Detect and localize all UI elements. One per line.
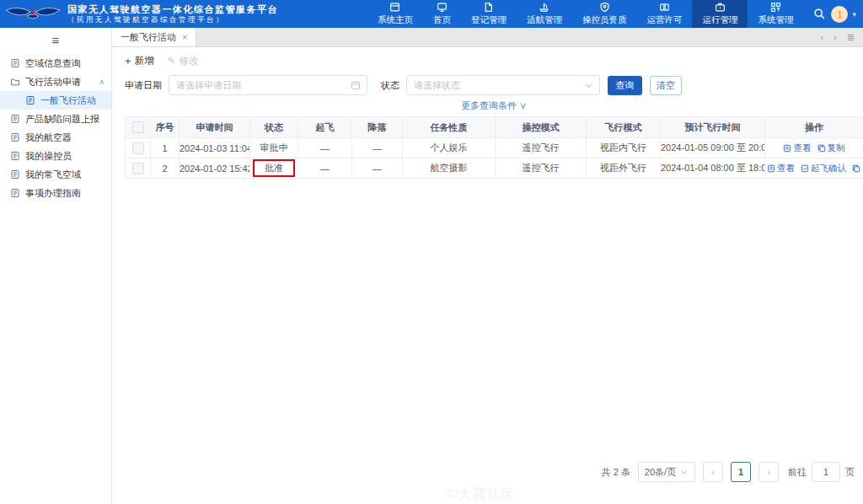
next-page-button[interactable]: › (758, 462, 779, 482)
briefcase-icon (715, 2, 726, 13)
nav-label: 运营许可 (646, 14, 682, 26)
cell-flight-mode: 视距外飞行 (587, 158, 661, 179)
status-text: 批准 (265, 163, 283, 173)
top-nav: 系统主页 首页 登记管理 适航管理 操控员资质 (367, 0, 856, 28)
add-button-label: 新增 (135, 55, 154, 67)
copy-link[interactable]: 复制 (817, 142, 845, 154)
doc-lines-icon (10, 169, 20, 180)
goto-unit-label: 页 (845, 466, 855, 479)
cell-planned-time: 2024-01-05 09:00 至 20:00 (661, 138, 765, 158)
search-icon[interactable] (813, 8, 826, 20)
chevron-down-icon (584, 81, 593, 90)
nav-item-operator-qualification[interactable]: 操控员资质 (572, 0, 637, 28)
toolbar: + 新增 ✎ 修改 (125, 47, 863, 74)
date-filter-label: 申请日期 (125, 79, 162, 92)
table-row: 2 2024-01-02 15:42 批准 — — 航空摄影 遥控飞行 视距外飞… (126, 158, 863, 179)
sidebar-item-my-aircraft[interactable]: 我的航空器 (0, 128, 111, 147)
copy-link[interactable]: 复制 (852, 163, 863, 174)
edit-button-label: 修改 (179, 55, 198, 67)
copy-icon (817, 144, 826, 153)
nav-label: 操控员资质 (582, 14, 627, 26)
chevron-up-icon: ∧ (99, 78, 105, 86)
platform-logo-icon: ★ (5, 4, 61, 24)
status-select-display[interactable] (407, 80, 584, 90)
nav-item-system-management[interactable]: 系统管理 (748, 0, 803, 28)
goto-page-input[interactable] (812, 462, 840, 482)
tab-strip: 一般飞行活动 × ‹ › ≣ (112, 28, 863, 47)
select-all-cell (126, 117, 151, 138)
tab-scroll-left-icon[interactable]: ‹ (820, 32, 823, 42)
tab-general-flight-activity[interactable]: 一般飞行活动 × (112, 28, 196, 46)
row-checkbox[interactable] (132, 163, 144, 174)
takeoff-confirm-link[interactable]: 起飞确认 (801, 163, 846, 174)
tab-menu-icon[interactable]: ≣ (847, 32, 855, 43)
chevron-down-icon[interactable]: ▾ (852, 10, 856, 19)
edit-button[interactable]: ✎ 修改 (168, 55, 199, 67)
sidebar-item-label: 我的常飞空域 (25, 169, 81, 181)
goto-label: 前往 (788, 466, 807, 479)
more-filters-label: 更多查询条件 (461, 100, 517, 110)
sidebar-item-airspace-info[interactable]: 空域信息查询 (0, 54, 111, 72)
nav-label: 适航管理 (527, 14, 562, 26)
flight-activity-table: 序号 申请时间 状态 起飞 降落 任务性质 操控模式 飞行模式 预计飞行时间 操… (125, 116, 863, 179)
close-icon[interactable]: × (182, 32, 187, 42)
sidebar-item-general-flight-activity[interactable]: 一般飞行活动 (0, 91, 111, 110)
sidebar-item-label: 一般飞行活动 (40, 94, 96, 107)
cell-control-mode: 遥控飞行 (496, 138, 587, 158)
view-link[interactable]: 查看 (783, 142, 811, 154)
nav-item-airworthiness[interactable]: 适航管理 (517, 0, 572, 28)
sidebar-collapse-button[interactable]: ≡ (0, 30, 111, 49)
status-filter-select[interactable] (406, 75, 600, 95)
sidebar-item-label: 事项办理指南 (25, 187, 81, 200)
content-panel: + 新增 ✎ 修改 申请日期 状态 查询 (112, 47, 863, 504)
row-checkbox[interactable] (132, 142, 144, 154)
user-avatar[interactable]: 1 (831, 6, 848, 23)
total-count: 共 2 条 (602, 466, 630, 479)
prev-page-button[interactable]: ‹ (703, 462, 723, 482)
document-icon (483, 2, 494, 13)
add-button[interactable]: + 新增 (125, 55, 154, 67)
monitor-icon (437, 2, 448, 13)
col-flight-mode: 飞行模式 (587, 117, 661, 138)
sidebar-item-handling-guide[interactable]: 事项办理指南 (0, 184, 111, 202)
sidebar-item-product-defect-report[interactable]: 产品缺陷问题上报 (0, 110, 111, 128)
col-landing: 降落 (352, 117, 403, 138)
date-input[interactable] (169, 80, 351, 90)
tab-label: 一般飞行活动 (121, 31, 176, 44)
goto-page: 前往 页 (788, 462, 855, 482)
sidebar-item-label: 空域信息查询 (25, 57, 81, 70)
nav-item-home[interactable]: 首页 (423, 0, 461, 28)
cell-takeoff: — (298, 138, 352, 158)
nav-item-operation-license[interactable]: 运营许可 (636, 0, 692, 28)
current-page-button[interactable]: 1 (731, 462, 751, 482)
more-filters-link[interactable]: 更多查询条件 ∨ (125, 98, 863, 113)
tab-scroll-right-icon[interactable]: › (834, 32, 837, 42)
nav-label: 登记管理 (471, 14, 507, 26)
col-apply-time: 申请时间 (180, 117, 250, 138)
cell-seq: 2 (151, 158, 180, 179)
page-size-value: 20条/页 (645, 466, 676, 479)
chevron-right-icon: › (767, 467, 770, 477)
cell-planned-time: 2024-01-04 08:00 至 18:00 (661, 158, 765, 179)
sidebar-item-my-operators[interactable]: 我的操控员 (0, 147, 111, 165)
nav-item-operation-management[interactable]: 运行管理 (692, 0, 748, 28)
sidebar-item-my-frequent-airspace[interactable]: 我的常飞空域 (0, 165, 111, 184)
platform-subtitle: （民用无人驾驶航空器综合管理平台） (67, 15, 278, 24)
select-all-checkbox[interactable] (132, 121, 144, 133)
nav-label: 运行管理 (702, 14, 737, 26)
clear-button[interactable]: 清空 (650, 76, 682, 95)
date-filter-input[interactable] (169, 75, 367, 95)
nav-item-registration[interactable]: 登记管理 (461, 0, 517, 28)
status-highlight-annotation: 批准 (253, 159, 295, 177)
view-link[interactable]: 查看 (767, 163, 795, 174)
search-button[interactable]: 查询 (608, 76, 642, 95)
page-size-select[interactable]: 20条/页 (638, 462, 695, 482)
top-header: ★ 国家无人驾驶航空器一体化综合监管服务平台 （民用无人驾驶航空器综合管理平台）… (0, 0, 863, 28)
nav-label: 首页 (433, 14, 451, 26)
nav-item-system-home[interactable]: 系统主页 (367, 0, 423, 28)
sidebar: ≡ 空域信息查询 飞行活动申请 ∧ 一般飞行活动 产品缺陷问题上报 (0, 28, 112, 504)
col-takeoff: 起飞 (298, 117, 352, 138)
sidebar-item-flight-activity-application[interactable]: 飞行活动申请 ∧ (0, 72, 111, 91)
window-icon (389, 2, 400, 13)
cell-task: 航空摄影 (403, 158, 496, 179)
